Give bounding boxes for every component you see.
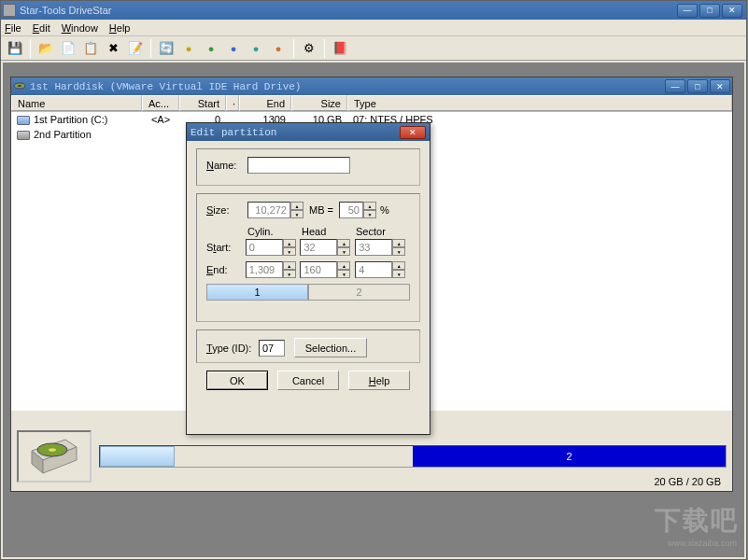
disk-yellow-icon[interactable]: ●: [178, 39, 199, 58]
dialog-title: Edit partition: [191, 127, 400, 138]
end-head-spinner[interactable]: ▲▼: [337, 261, 350, 278]
disk-size-label: 20 GB / 20 GB: [654, 476, 721, 487]
col-size[interactable]: Size: [291, 95, 347, 111]
disk-teal-icon[interactable]: ●: [246, 39, 266, 58]
partition-icon: [17, 116, 30, 125]
percent-symbol: %: [380, 204, 389, 216]
menubar: File Edit Window Help: [1, 20, 746, 36]
main-titlebar: Star-Tools DriveStar — □ ✕: [1, 1, 746, 20]
start-head-input[interactable]: [300, 239, 337, 256]
child-close-button[interactable]: ✕: [710, 79, 730, 93]
start-cylin-spinner[interactable]: ▲▼: [283, 239, 296, 256]
floppy-icon[interactable]: 💾: [5, 39, 25, 58]
harddisk-icon: [13, 80, 26, 93]
open-icon[interactable]: 📂: [35, 39, 56, 58]
app-title: Star-Tools DriveStar: [20, 5, 677, 16]
help-button[interactable]: Help: [348, 371, 410, 390]
harddisk-image: [17, 430, 92, 483]
size-input[interactable]: [247, 202, 290, 218]
svg-point-1: [18, 85, 21, 87]
disk-green-icon[interactable]: ●: [201, 39, 221, 58]
name-label: Name:: [206, 160, 247, 171]
disk-orange-icon[interactable]: ●: [268, 39, 289, 58]
col-start[interactable]: Start: [179, 95, 226, 111]
size-spinner[interactable]: ▲▼: [290, 202, 303, 218]
child-title: 1st Harddisk (VMware Virtual IDE Hard Dr…: [30, 81, 665, 92]
minimize-button[interactable]: —: [677, 4, 698, 18]
disk-blue-icon[interactable]: ●: [223, 39, 244, 58]
partition-segment-1[interactable]: [100, 446, 175, 467]
start-sector-spinner[interactable]: ▲▼: [392, 239, 405, 256]
child-maximize-button[interactable]: □: [687, 79, 708, 93]
partition-icon: [17, 131, 30, 140]
start-cylin-input[interactable]: [246, 239, 283, 256]
col-name[interactable]: Name: [11, 95, 142, 111]
col-dot[interactable]: ·: [226, 95, 239, 111]
close-button[interactable]: ✕: [722, 4, 742, 18]
end-cylin-spinner[interactable]: ▲▼: [283, 261, 296, 278]
geometry-group: Size: ▲▼ MB = ▲▼ % Cylin. Head Sector St…: [196, 193, 420, 322]
watermark-url: www.xiazaiba.com: [668, 539, 737, 548]
mb-equals-label: MB =: [309, 204, 333, 216]
edit-partition-dialog: Edit partition ✕ Name: Size: ▲▼ MB = ▲▼ …: [186, 122, 430, 435]
percent-spinner[interactable]: ▲▼: [363, 202, 376, 218]
type-group: Type (ID): Selection...: [196, 329, 420, 363]
end-sector-input[interactable]: [355, 261, 392, 278]
partition-segment-2[interactable]: 2: [413, 446, 726, 467]
type-input[interactable]: [259, 340, 285, 357]
dialog-titlebar[interactable]: Edit partition ✕: [187, 123, 430, 141]
name-group: Name:: [196, 148, 420, 186]
properties-icon[interactable]: 📝: [125, 39, 146, 58]
partition-list-header: Name Ac... Start · End Size Type: [11, 95, 732, 112]
maximize-button[interactable]: □: [699, 4, 720, 18]
menu-file[interactable]: File: [5, 22, 21, 34]
child-minimize-button[interactable]: —: [665, 79, 685, 93]
cancel-button[interactable]: Cancel: [277, 371, 339, 390]
delete-icon[interactable]: ✖: [103, 39, 123, 58]
head-label: Head: [302, 226, 356, 237]
name-input[interactable]: [247, 157, 350, 174]
options-icon[interactable]: ⚙: [299, 39, 319, 58]
start-label: Start:: [206, 242, 246, 253]
col-active[interactable]: Ac...: [142, 95, 179, 111]
copy-icon[interactable]: 📄: [58, 39, 78, 58]
menu-window[interactable]: Window: [62, 22, 98, 34]
cylin-label: Cylin.: [247, 226, 302, 237]
menu-help[interactable]: Help: [109, 22, 131, 34]
sector-label: Sector: [356, 226, 410, 237]
col-end[interactable]: End: [239, 95, 291, 111]
end-sector-spinner[interactable]: ▲▼: [392, 261, 405, 278]
child-titlebar: 1st Harddisk (VMware Virtual IDE Hard Dr…: [11, 77, 732, 95]
size-label: Size:: [206, 204, 247, 216]
start-head-spinner[interactable]: ▲▼: [337, 239, 350, 256]
bottom-panel: 2: [17, 427, 727, 485]
watermark: 下载吧: [655, 503, 739, 539]
end-label: End:: [206, 264, 246, 275]
selection-button[interactable]: Selection...: [294, 338, 367, 357]
partition-bar[interactable]: 2: [99, 445, 727, 468]
col-type[interactable]: Type: [347, 95, 732, 111]
dialog-close-button[interactable]: ✕: [400, 126, 426, 139]
ok-button[interactable]: OK: [206, 371, 268, 390]
end-head-input[interactable]: [300, 261, 337, 278]
paste-icon[interactable]: 📋: [80, 39, 101, 58]
app-icon: [3, 4, 16, 17]
toolbar: 💾 📂 📄 📋 ✖ 📝 🔄 ● ● ● ● ● ⚙ 📕: [1, 36, 746, 61]
refresh-icon[interactable]: 🔄: [156, 39, 176, 58]
partition-tab-1[interactable]: 1: [206, 284, 308, 301]
svg-point-6: [49, 448, 56, 452]
help-icon[interactable]: 📕: [330, 39, 350, 58]
main-window: Star-Tools DriveStar — □ ✕ File Edit Win…: [0, 0, 747, 560]
percent-input[interactable]: [339, 202, 363, 218]
partition-tab-2[interactable]: 2: [308, 284, 410, 301]
type-label: Type (ID):: [206, 343, 259, 354]
start-sector-input[interactable]: [355, 239, 392, 256]
end-cylin-input[interactable]: [246, 261, 283, 278]
menu-edit[interactable]: Edit: [33, 22, 50, 34]
